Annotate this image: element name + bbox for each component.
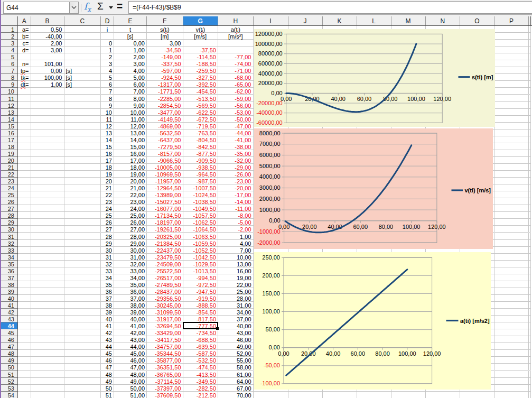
cell-D27[interactable]: 24 <box>101 205 114 212</box>
cell-G48[interactable]: -587,50 <box>183 350 219 357</box>
cell-C42[interactable] <box>64 309 101 316</box>
column-header-L[interactable]: L <box>357 16 391 25</box>
cell-F7[interactable]: -597,00 <box>147 67 183 74</box>
cell-B30[interactable] <box>31 226 64 233</box>
cell-E15[interactable]: 12,00 <box>114 123 147 129</box>
cell-C2[interactable] <box>64 33 101 40</box>
cell-B22[interactable] <box>31 171 64 178</box>
cell-F12[interactable]: -2854,50 <box>147 102 183 109</box>
cell-H42[interactable]: 34,00 <box>218 309 254 316</box>
cell-B46[interactable] <box>31 336 64 343</box>
cell-D10[interactable]: 7 <box>101 88 114 95</box>
cell-A45[interactable] <box>18 329 31 336</box>
cell-G39[interactable]: -947,50 <box>183 288 219 295</box>
cell-E27[interactable]: 24,00 <box>114 205 147 212</box>
cell-D28[interactable]: 25 <box>101 212 114 219</box>
cell-A43[interactable] <box>18 316 31 322</box>
cell-G1[interactable]: v(tᵢ) <box>183 26 219 33</box>
cell-B23[interactable] <box>31 178 64 184</box>
cell-E36[interactable]: 33,00 <box>114 267 147 274</box>
cell-G51[interactable]: -413,50 <box>183 371 219 378</box>
cell-E40[interactable]: 37,00 <box>114 295 147 302</box>
cell-B24[interactable] <box>31 184 64 191</box>
cell-F19[interactable]: -8157,00 <box>147 150 183 157</box>
cell-A29[interactable] <box>18 219 31 226</box>
cell-A10[interactable] <box>18 88 31 95</box>
cell-G53[interactable]: -282,50 <box>183 385 219 392</box>
cell-D45[interactable]: 42 <box>101 329 114 336</box>
cell-F47[interactable]: -34757,00 <box>147 343 183 350</box>
column-header-F[interactable]: F <box>147 16 183 25</box>
cell-D36[interactable]: 33 <box>101 267 114 274</box>
cell-H48[interactable]: 52,00 <box>218 350 254 357</box>
cell-C16[interactable] <box>64 129 101 136</box>
row-header-52[interactable]: 52 <box>0 378 17 385</box>
cell-F32[interactable]: -21384,50 <box>147 240 183 247</box>
cell-D20[interactable]: 17 <box>101 157 114 164</box>
cell-C29[interactable] <box>64 219 101 226</box>
cell-P39[interactable] <box>494 288 529 295</box>
row-header-19[interactable]: 19 <box>0 150 17 157</box>
cell-D50[interactable]: 47 <box>101 364 114 371</box>
cell-E8[interactable]: 5,00 <box>114 74 147 81</box>
cell-A4[interactable]: d= <box>18 47 31 53</box>
name-box[interactable]: G44 <box>3 2 69 14</box>
cell-B52[interactable] <box>31 378 64 385</box>
cell-D5[interactable]: 2 <box>101 53 114 60</box>
row-header-54[interactable]: 54 <box>0 392 17 398</box>
cell-G20[interactable]: -909,50 <box>183 157 219 164</box>
cell-E2[interactable]: [s] <box>114 33 147 40</box>
cell-F44[interactable]: -32694,50 <box>147 322 183 329</box>
row-header-36[interactable]: 36 <box>0 267 17 274</box>
cell-E52[interactable]: 49,00 <box>114 378 147 385</box>
cell-D40[interactable]: 37 <box>101 295 114 302</box>
cell-F37[interactable]: -26517,00 <box>147 274 183 281</box>
cell-C4[interactable] <box>64 47 101 53</box>
cell-B18[interactable] <box>31 143 64 150</box>
cell-H50[interactable]: 58,00 <box>218 364 254 371</box>
cell-E25[interactable]: 22,00 <box>114 191 147 198</box>
cell-C40[interactable] <box>64 295 101 302</box>
cell-G49[interactable]: -532,50 <box>183 357 219 364</box>
cell-G9[interactable]: -392,50 <box>183 81 219 88</box>
cell-B39[interactable] <box>31 288 64 295</box>
cell-E44[interactable]: 41,00 <box>114 322 147 329</box>
cell-P54[interactable] <box>494 392 529 398</box>
cell-F18[interactable]: -7279,50 <box>147 143 183 150</box>
cell-C48[interactable] <box>64 350 101 357</box>
cell-C14[interactable] <box>64 116 101 123</box>
row-header-51[interactable]: 51 <box>0 371 17 378</box>
cell-A49[interactable] <box>18 357 31 364</box>
cell-B5[interactable] <box>31 53 64 60</box>
cell-E11[interactable]: 8,00 <box>114 95 147 102</box>
cell-B31[interactable] <box>31 233 64 240</box>
cell-P31[interactable] <box>494 233 529 240</box>
cell-F30[interactable]: -19261,50 <box>147 226 183 233</box>
cell-E30[interactable]: 27,00 <box>114 226 147 233</box>
cell-P13[interactable] <box>494 109 529 116</box>
cell-H14[interactable]: -50,00 <box>218 116 254 123</box>
cell-B36[interactable] <box>31 267 64 274</box>
cell-D31[interactable]: 28 <box>101 233 114 240</box>
cell-D24[interactable]: 21 <box>101 184 114 191</box>
cell-A23[interactable] <box>18 178 31 184</box>
cell-E4[interactable]: 1,00 <box>114 47 147 53</box>
cell-H52[interactable]: 64,00 <box>218 378 254 385</box>
cell-P11[interactable] <box>494 95 529 102</box>
cell-F16[interactable]: -5632,50 <box>147 129 183 136</box>
cell-P1[interactable] <box>494 26 529 33</box>
cell-M54[interactable] <box>391 392 426 398</box>
cell-A26[interactable] <box>18 198 31 205</box>
cell-H38[interactable]: 22,00 <box>218 281 254 288</box>
cell-F39[interactable]: -28437,00 <box>147 288 183 295</box>
cell-P45[interactable] <box>494 329 529 336</box>
cell-B33[interactable] <box>31 247 64 254</box>
cell-D46[interactable]: 43 <box>101 336 114 343</box>
cell-E43[interactable]: 40,00 <box>114 316 147 322</box>
cell-H46[interactable]: 46,00 <box>218 336 254 343</box>
cell-P29[interactable] <box>494 219 529 226</box>
cell-D54[interactable]: 51 <box>101 392 114 398</box>
cell-G21[interactable]: -938,50 <box>183 164 219 171</box>
cell-A54[interactable] <box>18 392 31 398</box>
cell-C45[interactable] <box>64 329 101 336</box>
